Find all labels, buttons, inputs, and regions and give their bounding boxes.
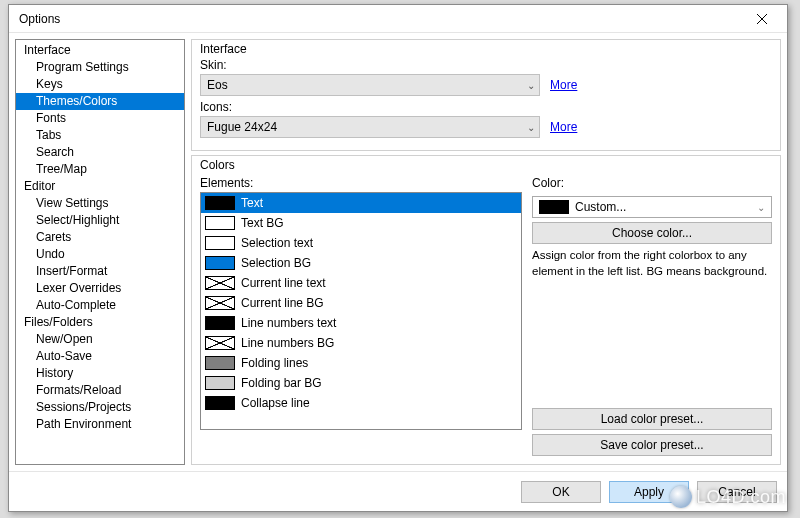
color-value: Custom...	[575, 200, 626, 214]
color-column: Color: Custom... ⌄ Choose color... Assig…	[532, 174, 772, 456]
apply-button[interactable]: Apply	[609, 481, 689, 503]
tree-item[interactable]: Program Settings	[16, 59, 184, 76]
tree-item[interactable]: Path Environment	[16, 416, 184, 433]
color-combo[interactable]: Custom... ⌄	[532, 196, 772, 218]
element-label: Folding lines	[241, 355, 308, 371]
swatch-icon	[205, 196, 235, 210]
element-row[interactable]: Selection BG	[201, 253, 521, 273]
tree-item[interactable]: Auto-Save	[16, 348, 184, 365]
elements-label: Elements:	[200, 176, 522, 190]
chevron-down-icon: ⌄	[527, 122, 535, 133]
elements-column: Elements: TextText BGSelection textSelec…	[200, 174, 522, 456]
element-label: Folding bar BG	[241, 375, 322, 391]
element-label: Selection text	[241, 235, 313, 251]
tree-item[interactable]: Editor	[16, 178, 184, 195]
element-row[interactable]: Line numbers BG	[201, 333, 521, 353]
color-swatch-icon	[539, 200, 569, 214]
tree-item[interactable]: Carets	[16, 229, 184, 246]
element-row[interactable]: Collapse line	[201, 393, 521, 413]
element-row[interactable]: Selection text	[201, 233, 521, 253]
cancel-button[interactable]: Cancel	[697, 481, 777, 503]
element-row[interactable]: Text	[201, 193, 521, 213]
element-row[interactable]: Folding lines	[201, 353, 521, 373]
element-label: Current line text	[241, 275, 326, 291]
icons-combo[interactable]: Fugue 24x24 ⌄	[200, 116, 540, 138]
load-preset-button[interactable]: Load color preset...	[532, 408, 772, 430]
tree-item[interactable]: Auto-Complete	[16, 297, 184, 314]
swatch-icon	[205, 396, 235, 410]
element-label: Text BG	[241, 215, 284, 231]
element-row[interactable]: Text BG	[201, 213, 521, 233]
tree-item[interactable]: Fonts	[16, 110, 184, 127]
tree-item[interactable]: Files/Folders	[16, 314, 184, 331]
colors-group-title: Colors	[200, 158, 772, 172]
element-label: Line numbers text	[241, 315, 336, 331]
swatch-icon	[205, 296, 235, 310]
swatch-icon	[205, 336, 235, 350]
tree-item[interactable]: Sessions/Projects	[16, 399, 184, 416]
close-icon	[757, 14, 767, 24]
element-label: Line numbers BG	[241, 335, 334, 351]
ok-button[interactable]: OK	[521, 481, 601, 503]
element-label: Text	[241, 195, 263, 211]
skin-more-link[interactable]: More	[550, 78, 577, 92]
footer: OK Apply Cancel	[9, 471, 787, 511]
category-tree[interactable]: InterfaceProgram SettingsKeysThemes/Colo…	[15, 39, 185, 465]
color-description: Assign color from the right colorbox to …	[532, 248, 772, 279]
element-row[interactable]: Current line text	[201, 273, 521, 293]
element-row[interactable]: Folding bar BG	[201, 373, 521, 393]
save-preset-button[interactable]: Save color preset...	[532, 434, 772, 456]
tree-item[interactable]: Lexer Overrides	[16, 280, 184, 297]
tree-item[interactable]: Search	[16, 144, 184, 161]
element-label: Selection BG	[241, 255, 311, 271]
tree-item[interactable]: Themes/Colors	[16, 93, 184, 110]
tree-item[interactable]: View Settings	[16, 195, 184, 212]
window-title: Options	[19, 12, 741, 26]
element-label: Collapse line	[241, 395, 310, 411]
tree-item[interactable]: Tabs	[16, 127, 184, 144]
skin-combo[interactable]: Eos ⌄	[200, 74, 540, 96]
chevron-down-icon: ⌄	[757, 202, 765, 213]
swatch-icon	[205, 256, 235, 270]
colors-group: Colors Elements: TextText BGSelection te…	[191, 155, 781, 465]
interface-group: Interface Skin: Eos ⌄ More Icons: Fugue …	[191, 39, 781, 151]
swatch-icon	[205, 376, 235, 390]
skin-label: Skin:	[200, 58, 772, 72]
element-row[interactable]: Current line BG	[201, 293, 521, 313]
tree-item[interactable]: Interface	[16, 42, 184, 59]
icons-more-link[interactable]: More	[550, 120, 577, 134]
tree-item[interactable]: History	[16, 365, 184, 382]
swatch-icon	[205, 316, 235, 330]
swatch-icon	[205, 216, 235, 230]
tree-item[interactable]: Select/Highlight	[16, 212, 184, 229]
color-label: Color:	[532, 176, 772, 190]
swatch-icon	[205, 276, 235, 290]
close-button[interactable]	[741, 6, 783, 32]
tree-item[interactable]: Insert/Format	[16, 263, 184, 280]
body: InterfaceProgram SettingsKeysThemes/Colo…	[9, 33, 787, 471]
elements-list[interactable]: TextText BGSelection textSelection BGCur…	[200, 192, 522, 430]
options-window: Options InterfaceProgram SettingsKeysThe…	[8, 4, 788, 512]
icons-label: Icons:	[200, 100, 772, 114]
chevron-down-icon: ⌄	[527, 80, 535, 91]
right-pane: Interface Skin: Eos ⌄ More Icons: Fugue …	[191, 39, 781, 465]
choose-color-button[interactable]: Choose color...	[532, 222, 772, 244]
tree-item[interactable]: Tree/Map	[16, 161, 184, 178]
tree-item[interactable]: New/Open	[16, 331, 184, 348]
swatch-icon	[205, 236, 235, 250]
titlebar: Options	[9, 5, 787, 33]
tree-item[interactable]: Undo	[16, 246, 184, 263]
skin-value: Eos	[207, 78, 228, 92]
tree-item[interactable]: Keys	[16, 76, 184, 93]
icons-value: Fugue 24x24	[207, 120, 277, 134]
swatch-icon	[205, 356, 235, 370]
tree-item[interactable]: Formats/Reload	[16, 382, 184, 399]
interface-group-title: Interface	[200, 42, 772, 56]
element-row[interactable]: Line numbers text	[201, 313, 521, 333]
element-label: Current line BG	[241, 295, 324, 311]
